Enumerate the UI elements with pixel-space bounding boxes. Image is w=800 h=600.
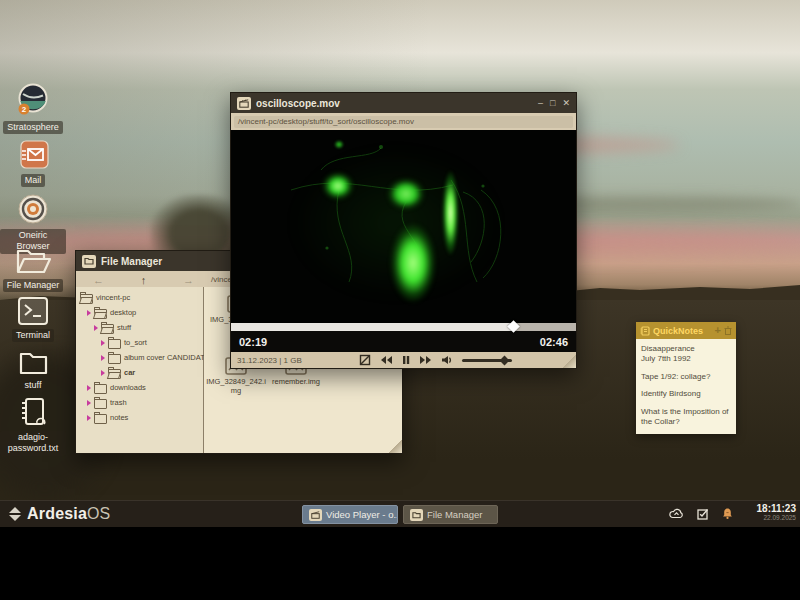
desktop-icon-adagio-password[interactable]: adagio-password.txt [0,396,66,456]
video-player-titlebar[interactable]: oscilloscope.mov – □ ✕ [231,93,576,113]
folder-icon [108,354,121,364]
video-control-bar: 31.12.2023 | 1 GB [231,352,576,368]
expand-arrow-icon[interactable] [101,340,105,346]
open-folder-icon [80,294,93,304]
quicknotes-title: QuickNotes [653,326,712,336]
video-time-row: 02:19 02:46 [231,331,576,352]
forward-button[interactable]: → [166,271,211,289]
note-entry: Disaapperance July 7tth 1992 [641,344,731,365]
expand-arrow-icon[interactable] [87,310,91,316]
letterbox-bar [0,527,800,600]
total-duration: 02:46 [540,336,568,348]
tree-item-album-cover-candidates[interactable]: album cover CANDIDATES [76,350,203,365]
maximize-button[interactable]: □ [550,99,555,108]
volume-thumb[interactable] [500,355,510,365]
expand-arrow-icon[interactable] [87,415,91,421]
file-meta: 31.12.2023 | 1 GB [231,356,302,365]
open-folder-icon [108,369,121,379]
file-label: IMG_32849_242.img [206,377,266,395]
os-menu-button[interactable]: ArdesiaOS [8,505,110,523]
folder-icon [108,339,121,349]
volume-slider[interactable] [462,359,512,362]
minimize-button[interactable]: – [538,99,543,108]
folder-icon [94,399,107,409]
video-path-field[interactable]: /vincent-pc/desktop/stuff/to_sort/oscill… [234,116,573,128]
video-blob [322,172,354,200]
notes-icon [640,326,650,336]
taskbar-task-file-manager[interactable]: File Manager [403,505,498,524]
tasks-checkbox-icon[interactable] [697,508,709,520]
expand-arrow-icon[interactable] [87,385,91,391]
desktop-icon-file-manager[interactable]: File Manager [0,246,66,292]
folder-tree: vincent-pc desktop stuff to_sort album c… [76,287,204,453]
os-logo-icon [8,506,22,522]
video-progress-played [231,323,514,331]
resize-grip[interactable] [389,440,402,453]
system-tray [669,507,733,520]
note-entry: Tape 1/92: collage? [641,372,731,382]
tree-item-car[interactable]: car [76,365,203,380]
cloud-sync-icon[interactable] [669,508,684,519]
desktop-icon-label: stuff [21,379,46,392]
tree-item-desktop[interactable]: desktop [76,305,203,320]
tree-item-downloads[interactable]: downloads [76,380,203,395]
expand-arrow-icon[interactable] [101,370,105,376]
tree-label: album cover CANDIDATES [124,353,215,362]
desktop-icon-label: File Manager [3,279,64,292]
desktop-icon-label: Terminal [12,329,54,342]
volume-icon[interactable] [441,355,453,365]
mail-icon [16,139,50,171]
window-controls: – □ ✕ [538,99,570,108]
notification-bell-icon[interactable] [722,507,733,520]
tree-item-stuff[interactable]: stuff [76,320,203,335]
playback-controls [359,352,512,368]
pause-button[interactable] [402,355,410,365]
fast-forward-button[interactable] [419,355,432,365]
badge-count: 2 [22,105,27,114]
video-blob [390,223,436,303]
open-folder-icon [94,309,107,319]
desktop-icon-terminal[interactable]: Terminal [0,296,66,342]
tree-item-trash[interactable]: trash [76,395,203,410]
desktop-icon-stuff[interactable]: stuff [0,350,66,392]
add-note-button[interactable]: + [715,325,721,336]
brand-suffix: OS [87,505,110,522]
tree-item-vincent-pc[interactable]: vincent-pc [76,290,203,305]
desktop-icon-mail[interactable]: Mail [0,139,66,187]
tree-label: stuff [117,323,131,332]
expand-arrow-icon[interactable] [87,400,91,406]
expand-arrow-icon[interactable] [101,355,105,361]
video-player-app-icon [237,97,251,110]
tree-item-to-sort[interactable]: to_sort [76,335,203,350]
tree-label: car [124,368,135,377]
close-button[interactable]: ✕ [562,99,570,108]
folder-icon [94,384,107,394]
rewind-button[interactable] [380,355,393,365]
taskbar-task-video-player[interactable]: Video Player - o... [302,505,398,524]
elapsed-time: 02:19 [239,336,267,348]
video-progress-bar[interactable] [231,323,576,331]
desktop-icon-oneiric-browser[interactable]: Oneiric Browser [0,192,66,254]
resize-grip[interactable] [563,355,576,368]
fullscreen-button[interactable] [359,354,371,366]
tree-label: vincent-pc [96,293,130,302]
expand-arrow-icon[interactable] [94,325,98,331]
terminal-icon [16,296,50,326]
clock-date: 22.09.2025 [757,515,796,522]
desktop-icon-label: Stratosphere [3,121,63,134]
tree-item-notes[interactable]: notes [76,410,203,425]
quicknotes-header[interactable]: QuickNotes + [636,322,736,339]
file-manager-app-icon [82,255,96,268]
taskbar: ArdesiaOS Video Player - o... File Manag… [0,500,800,527]
open-folder-icon [101,324,114,334]
up-button[interactable]: ↑ [121,271,166,289]
note-line: July 7tth 1992 [641,354,731,364]
desktop-icon-stratosphere[interactable]: 2 Stratosphere [0,82,66,134]
trash-icon[interactable] [724,326,732,335]
quicknotes-widget: QuickNotes + Disaapperance July 7tth 199… [636,322,736,434]
back-button[interactable]: ← [76,271,121,289]
desktop-icon-label: Mail [21,174,46,187]
tree-label: trash [110,398,127,407]
stratosphere-icon: 2 [14,82,52,118]
film-icon [309,509,322,521]
